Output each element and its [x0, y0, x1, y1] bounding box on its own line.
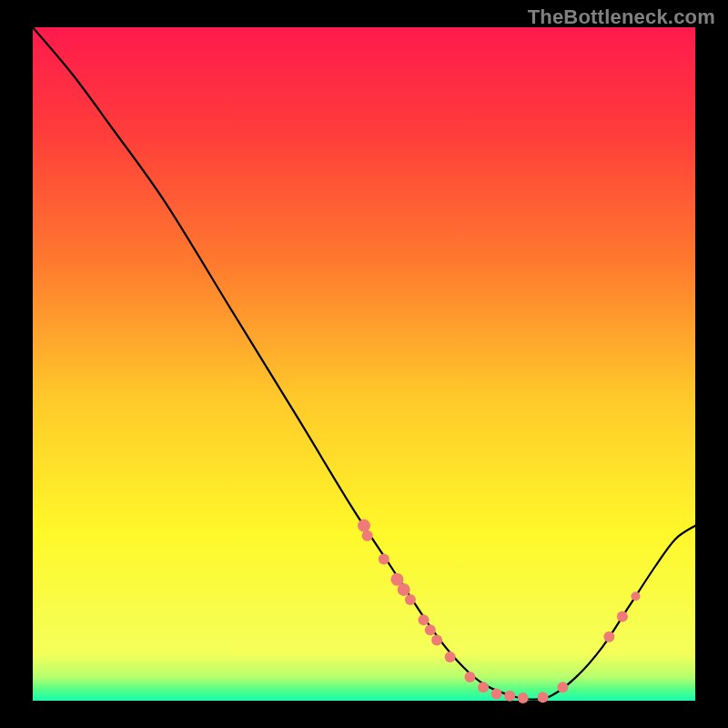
data-dot [603, 632, 614, 642]
plot-background [33, 27, 695, 701]
data-dot [504, 691, 515, 702]
watermark-label: TheBottleneck.com [528, 5, 715, 29]
data-dot [425, 624, 436, 635]
data-dot [405, 594, 416, 605]
data-dot [445, 652, 456, 662]
data-dot [431, 634, 442, 645]
data-dot [478, 682, 489, 693]
data-dot [557, 682, 568, 693]
data-dot [464, 672, 475, 682]
chart-frame: TheBottleneck.com [0, 0, 728, 728]
data-dot [398, 583, 410, 596]
data-dot [518, 693, 529, 703]
data-dot [358, 520, 370, 532]
data-dot [419, 614, 430, 625]
data-dot [491, 689, 502, 700]
data-dot [617, 612, 628, 622]
data-dot [631, 592, 640, 601]
data-dot [538, 692, 549, 703]
data-dot [362, 531, 373, 541]
bottleneck-chart [0, 0, 728, 728]
data-dot [379, 554, 389, 565]
